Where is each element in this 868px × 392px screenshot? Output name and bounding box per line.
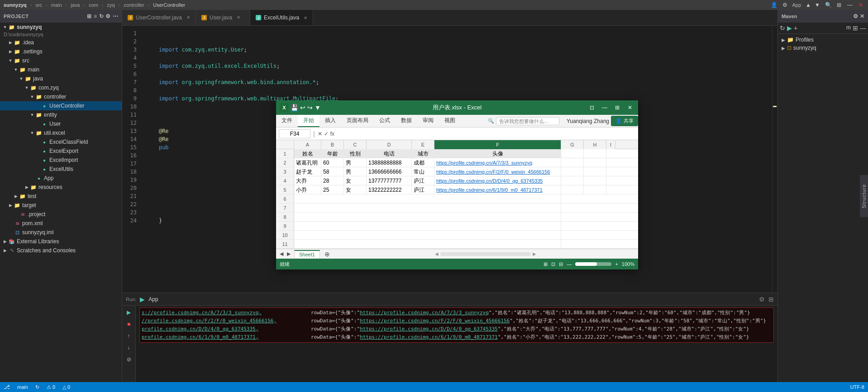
- excel-more-icon[interactable]: ▼: [315, 104, 321, 111]
- maven-close-icon[interactable]: ✕: [860, 13, 864, 19]
- excel-tab-review[interactable]: 审阅: [417, 115, 439, 127]
- cell-4-B[interactable]: 28: [321, 176, 344, 185]
- sidebar-item-excelexport[interactable]: ● ExcelExport: [0, 146, 122, 156]
- breadcrumb-java[interactable]: java: [71, 2, 80, 8]
- excel-minimize-btn[interactable]: —: [598, 101, 611, 114]
- page-break-btn[interactable]: ⊟: [559, 261, 563, 267]
- sidebar-item-scratches[interactable]: ▶ ✎ Scratches and Consoles: [0, 246, 122, 255]
- cell-1-C[interactable]: 性别: [344, 149, 367, 158]
- cell-4-C[interactable]: 女: [344, 176, 367, 185]
- cell-3-F[interactable]: https://profile.csdnimg.cn/F/2/F/0_weixi…: [434, 167, 561, 176]
- excel-undo-icon[interactable]: ↩: [300, 104, 305, 111]
- cell-4-F[interactable]: https://profile.csdnimg.cn/D/D/4/0_qq_63…: [434, 176, 561, 185]
- sidebar-item-comzyq[interactable]: ▼ 📁 com.zyq: [0, 83, 122, 92]
- cell-9-empty[interactable]: [294, 222, 561, 231]
- run-clear-btn[interactable]: ⊘: [124, 354, 134, 364]
- cell-3-G[interactable]: [561, 167, 584, 176]
- status-sync-icon[interactable]: ↻: [35, 384, 39, 390]
- zoom-plus[interactable]: +: [615, 261, 618, 267]
- sidebar-item-idea[interactable]: ▶ 📁 .idea: [0, 38, 122, 47]
- maven-more-btn[interactable]: ⊞: [853, 24, 858, 32]
- user-icon[interactable]: 👤: [770, 1, 777, 9]
- sidebar-item-utilexcel[interactable]: ▼ 📁 util.excel: [0, 128, 122, 137]
- cell-2-D[interactable]: 13888888888: [367, 158, 412, 167]
- cell-1-H[interactable]: [584, 149, 606, 158]
- structure-sidebar-tab[interactable]: Structure: [860, 175, 868, 217]
- sidebar-item-settings[interactable]: ▶ 📁 .settings: [0, 47, 122, 56]
- breadcrumb-main[interactable]: main: [51, 2, 62, 8]
- console-link-3[interactable]: profile.csdnimg.cn/D/D/4/0_qq_63745335,: [142, 325, 309, 333]
- status-errors[interactable]: ⚠ 0: [47, 384, 55, 390]
- excel-tab-formulas[interactable]: 公式: [374, 115, 396, 127]
- cell-5-D[interactable]: 13222222222: [367, 185, 412, 194]
- excel-cell-reference[interactable]: [279, 129, 310, 138]
- scroll-left-btn[interactable]: ◀: [435, 251, 439, 256]
- cell-4-D[interactable]: 13777777777: [367, 176, 412, 185]
- sidebar-item-app[interactable]: ● App: [0, 174, 122, 183]
- maven-item-profiles[interactable]: ▶ 📁 Profiles: [780, 36, 866, 44]
- settings-icon[interactable]: ⚙: [781, 1, 788, 9]
- excel-tab-view[interactable]: 视图: [439, 115, 461, 127]
- sheet-next-btn[interactable]: ▶: [285, 251, 292, 257]
- cell-5-A[interactable]: 小乔: [294, 185, 321, 194]
- cell-4-G[interactable]: [561, 176, 584, 185]
- cell-1-A[interactable]: 姓名: [294, 149, 321, 158]
- excel-save-icon[interactable]: 💾: [291, 104, 298, 111]
- excel-search-input[interactable]: [496, 117, 559, 125]
- sidebar-add-icon[interactable]: ⊞: [87, 13, 92, 19]
- formula-confirm-icon[interactable]: ✓: [324, 131, 329, 137]
- sidebar-item-test[interactable]: ▶ 📁 test: [0, 192, 122, 201]
- normal-view-btn[interactable]: ⊞: [544, 261, 548, 267]
- run-scroll-up-btn[interactable]: ↑: [124, 331, 134, 341]
- maximize-icon[interactable]: ⊞: [835, 1, 843, 9]
- cell-2-E[interactable]: 成都: [412, 158, 434, 167]
- sidebar-item-excelclassfield[interactable]: ● ExcelClassField: [0, 137, 122, 146]
- console-link-1[interactable]: s://profile.csdnimg.cn/A/7/3/3_sunnyzyq,: [142, 309, 309, 317]
- excel-redo-icon[interactable]: ↪: [307, 104, 313, 111]
- cell-5-B[interactable]: 25: [321, 185, 344, 194]
- excel-col-D[interactable]: D: [367, 140, 412, 149]
- sidebar-item-usercontroller[interactable]: ● UserController: [0, 101, 122, 110]
- sidebar-item-excelutils[interactable]: ● ExcelUtils: [0, 165, 122, 174]
- cell-1-E[interactable]: 城市: [412, 149, 434, 158]
- cell-3-D[interactable]: 13666666666: [367, 167, 412, 176]
- maven-add-btn[interactable]: +: [794, 24, 797, 32]
- excel-restore-btn[interactable]: ⊞: [611, 101, 624, 114]
- cell-3-B[interactable]: 58: [321, 167, 344, 176]
- cell-2-A[interactable]: 诸葛孔明: [294, 158, 321, 167]
- excel-formula-input[interactable]: [337, 130, 635, 138]
- excel-tab-insert[interactable]: 插入: [320, 115, 341, 127]
- scroll-right-btn[interactable]: ▶: [533, 251, 536, 256]
- sidebar-item-pom[interactable]: ≋ pom.xml: [0, 219, 122, 228]
- maven-item-sunnyzyq[interactable]: ▶ ⊡ sunnyzyq: [780, 44, 866, 52]
- cell-2-H[interactable]: [584, 158, 606, 167]
- search-icon[interactable]: 🔍: [825, 1, 832, 9]
- excel-close-btn[interactable]: ✕: [624, 101, 636, 114]
- cell-5-G[interactable]: [561, 185, 584, 194]
- page-layout-btn[interactable]: ⊡: [551, 261, 555, 267]
- tab-close[interactable]: ✕: [304, 15, 307, 20]
- maven-refresh-btn[interactable]: ↻: [780, 24, 785, 32]
- cell-2-B[interactable]: 60: [321, 158, 344, 167]
- status-warnings[interactable]: △ 0: [62, 384, 70, 390]
- run-settings-icon[interactable]: ⚙: [759, 296, 765, 303]
- excel-tab-home[interactable]: 开始: [298, 115, 320, 127]
- maven-minimize-btn[interactable]: —: [860, 24, 866, 32]
- run-maximize-icon[interactable]: ⊞: [768, 296, 774, 303]
- tab-usercontroller[interactable]: J UserController.java ✕: [122, 10, 196, 25]
- breadcrumb-usercontroller[interactable]: UserController: [153, 2, 185, 8]
- cell-2-G[interactable]: [561, 158, 584, 167]
- cell-11-empty[interactable]: [294, 240, 561, 249]
- excel-col-I[interactable]: I: [606, 140, 615, 149]
- breadcrumb-zyq[interactable]: zyq: [107, 2, 115, 8]
- excel-share-button[interactable]: 👤 共享: [611, 116, 638, 126]
- sidebar-item-target[interactable]: ▶ 📁 target: [0, 201, 122, 210]
- tab-excelutils[interactable]: J ExcelUtils.java ✕: [250, 10, 313, 25]
- sidebar-more-icon[interactable]: ⋯: [113, 13, 119, 19]
- maven-settings-icon[interactable]: ⚙: [853, 13, 858, 19]
- formula-fx-icon[interactable]: fx: [330, 131, 334, 137]
- sidebar-item-dotproject[interactable]: ≋ .project: [0, 210, 122, 219]
- breadcrumb-controller[interactable]: controller: [124, 2, 144, 8]
- sidebar-item-entity[interactable]: ▼ 📁 entity: [0, 110, 122, 119]
- cell-2-C[interactable]: 男: [344, 158, 367, 167]
